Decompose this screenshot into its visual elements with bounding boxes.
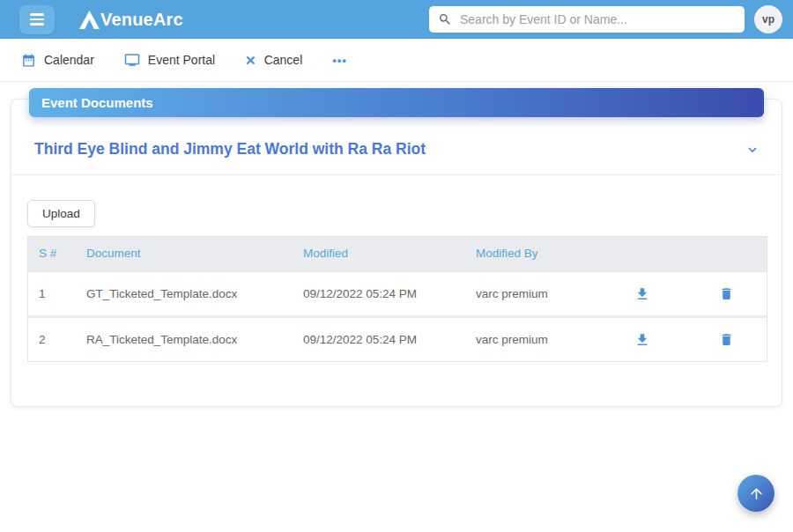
download-button[interactable] [631, 283, 654, 306]
scroll-to-top-button[interactable] [737, 475, 774, 512]
cell-serial: 1 [39, 287, 86, 300]
table-row: 1 GT_Ticketed_Template.docx 09/12/2022 0… [28, 272, 767, 315]
toolbar-item-event-portal[interactable]: Event Portal [124, 52, 215, 68]
chevron-down-icon[interactable] [745, 142, 760, 158]
search-icon [438, 12, 452, 26]
download-button[interactable] [631, 329, 654, 351]
logo-text: VenueArc [100, 10, 183, 30]
delete-button[interactable] [715, 283, 737, 305]
col-header-document: Document [86, 247, 303, 260]
card-header-title: Event Documents [41, 95, 153, 110]
toolbar-item-calendar[interactable]: Calendar [21, 53, 94, 68]
cell-modified-by: varc premium [476, 333, 599, 346]
download-icon [634, 332, 650, 348]
search-input[interactable] [460, 12, 736, 26]
monitor-icon [124, 52, 140, 68]
table-header-row: S # Document Modified Modified By [28, 237, 767, 270]
cell-modified: 09/12/2022 05:24 PM [303, 287, 476, 300]
toolbar-item-label: Calendar [44, 53, 94, 67]
hamburger-icon [30, 13, 44, 15]
toolbar-item-cancel[interactable]: ✕ Cancel [245, 53, 302, 67]
trash-icon [719, 286, 734, 301]
toolbar-item-label: Event Portal [148, 53, 215, 67]
more-options-button[interactable]: ••• [332, 54, 347, 67]
download-icon [634, 286, 650, 302]
ellipsis-icon: ••• [332, 54, 347, 67]
top-app-bar: VenueArc vp [0, 0, 793, 39]
search-bar[interactable] [429, 6, 745, 33]
page-content: Event Documents Third Eye Blind and Jimm… [0, 82, 793, 424]
app-logo[interactable]: VenueArc [79, 10, 183, 30]
secondary-toolbar: Calendar Event Portal ✕ Cancel ••• [0, 39, 793, 82]
event-documents-card: Event Documents Third Eye Blind and Jimm… [11, 99, 782, 407]
cell-document: GT_Ticketed_Template.docx [86, 287, 303, 300]
avatar[interactable]: vp [754, 5, 782, 33]
event-title-row[interactable]: Third Eye Blind and Jimmy Eat World with… [11, 117, 782, 175]
col-header-modified-by: Modified By [476, 247, 599, 260]
calendar-icon [21, 53, 36, 68]
logo-a-icon [79, 11, 100, 29]
event-title: Third Eye Blind and Jimmy Eat World with… [34, 140, 426, 159]
menu-button[interactable] [19, 5, 55, 34]
card-body: Upload S # Document Modified Modified By… [11, 175, 782, 362]
card-header: Event Documents [29, 88, 764, 117]
cell-serial: 2 [39, 333, 86, 346]
cell-modified-by: varc premium [476, 287, 599, 300]
col-header-modified: Modified [303, 247, 476, 260]
table-row: 2 RA_Ticketed_Template.docx 09/12/2022 0… [28, 318, 767, 361]
trash-icon [719, 332, 734, 347]
cell-document: RA_Ticketed_Template.docx [86, 333, 303, 346]
documents-table: S # Document Modified Modified By 1 GT_T… [27, 236, 767, 362]
delete-button[interactable] [715, 329, 737, 351]
upload-button[interactable]: Upload [27, 200, 95, 227]
x-icon: ✕ [245, 54, 256, 67]
col-header-serial: S # [39, 247, 86, 260]
cell-modified: 09/12/2022 05:24 PM [303, 333, 476, 346]
toolbar-item-label: Cancel [264, 53, 303, 67]
arrow-up-icon [748, 485, 765, 502]
